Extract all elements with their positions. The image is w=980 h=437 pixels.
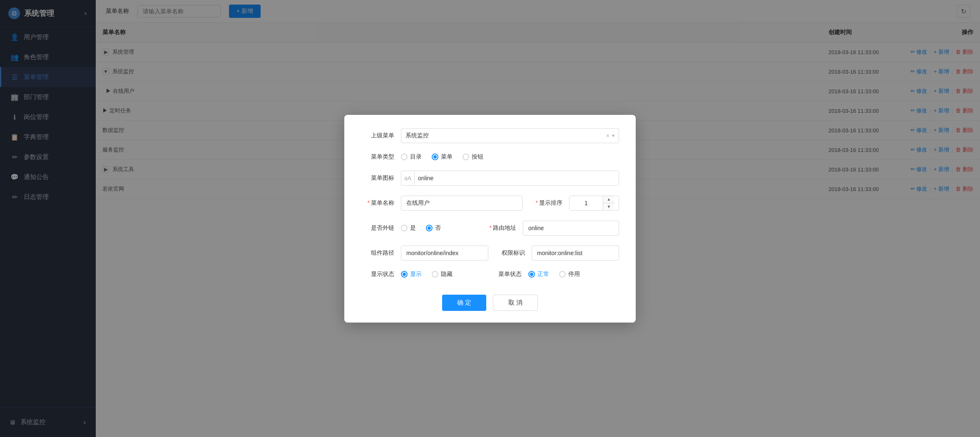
component-path-label: 组件路径	[361, 249, 394, 257]
radio-label-button: 按钮	[472, 153, 483, 161]
parent-menu-value: 系统监控	[405, 132, 606, 139]
display-order-input-wrapper: ▲ ▼	[569, 196, 619, 211]
radio-circle-ext-yes[interactable]	[401, 225, 408, 231]
radio-circle-menu[interactable]	[432, 154, 438, 160]
menu-name-label: 菜单名称	[361, 199, 394, 207]
radio-normal[interactable]: 正常	[528, 271, 549, 278]
radio-hide[interactable]: 隐藏	[432, 271, 453, 278]
external-link-label: 是否外链	[361, 224, 394, 232]
parent-menu-select[interactable]: 系统监控 × ▾	[401, 128, 619, 143]
route-input[interactable]	[523, 221, 619, 236]
select-clear-icon[interactable]: ×	[606, 132, 609, 139]
radio-label-ext-no: 否	[435, 224, 441, 232]
cancel-button[interactable]: 取 消	[493, 295, 538, 311]
radio-menu[interactable]: 菜单	[432, 153, 453, 161]
permission-input[interactable]	[532, 246, 619, 261]
menu-icon-input-wrapper: aA	[401, 171, 619, 186]
form-row-name-order: 菜单名称 显示排序 ▲ ▼	[361, 196, 619, 211]
menu-type-label: 菜单类型	[361, 153, 394, 161]
radio-external-no[interactable]: 否	[426, 224, 441, 232]
display-order-input[interactable]	[570, 196, 603, 210]
menu-name-input[interactable]	[401, 196, 522, 211]
radio-circle-normal[interactable]	[528, 271, 535, 278]
radio-label-hide: 隐藏	[441, 271, 453, 278]
confirm-button[interactable]: 确 定	[442, 295, 486, 311]
radio-external-yes[interactable]: 是	[401, 224, 416, 232]
number-spinners: ▲ ▼	[603, 196, 614, 210]
route-label: 路由地址	[486, 224, 516, 232]
display-status-radio-group: 显示 隐藏	[401, 271, 492, 278]
display-status-label: 显示状态	[361, 271, 394, 278]
radio-label-normal: 正常	[537, 271, 549, 278]
parent-menu-label: 上级菜单	[361, 132, 394, 139]
chevron-down-icon[interactable]: ▾	[612, 133, 614, 139]
form-row-external-route: 是否外链 是 否 路由地址	[361, 221, 619, 236]
number-up-btn[interactable]: ▲	[603, 196, 614, 204]
form-row-status: 显示状态 显示 隐藏 菜单状态 正常 停用	[361, 271, 619, 278]
radio-circle-disabled[interactable]	[559, 271, 566, 278]
modal-overlay: 上级菜单 系统监控 × ▾ 菜单类型 目录 菜单	[0, 0, 980, 437]
radio-disabled[interactable]: 停用	[559, 271, 580, 278]
radio-circle-show[interactable]	[401, 271, 408, 278]
modal-footer: 确 定 取 消	[361, 288, 619, 311]
icon-prefix: aA	[401, 171, 415, 185]
radio-circle-button[interactable]	[463, 154, 469, 160]
form-row-menu-icon: 菜单图标 aA	[361, 171, 619, 186]
radio-label-disabled: 停用	[568, 271, 580, 278]
menu-status-radio-group: 正常 停用	[528, 271, 619, 278]
radio-show[interactable]: 显示	[401, 271, 422, 278]
form-row-component-permission: 组件路径 权限标识	[361, 246, 619, 261]
radio-circle-dir[interactable]	[401, 154, 408, 160]
radio-label-menu: 菜单	[441, 153, 453, 161]
number-down-btn[interactable]: ▼	[603, 203, 614, 210]
modal-dialog: 上级菜单 系统监控 × ▾ 菜单类型 目录 菜单	[344, 115, 636, 323]
menu-icon-input[interactable]	[418, 171, 619, 185]
form-row-menu-type: 菜单类型 目录 菜单 按钮	[361, 153, 619, 161]
menu-type-radio-group: 目录 菜单 按钮	[401, 153, 483, 161]
radio-label-dir: 目录	[410, 153, 422, 161]
permission-label: 权限标识	[495, 249, 525, 257]
radio-label-ext-yes: 是	[410, 224, 416, 232]
radio-circle-ext-no[interactable]	[426, 225, 433, 231]
form-row-parent-menu: 上级菜单 系统监控 × ▾	[361, 128, 619, 143]
external-link-radio-group: 是 否	[401, 224, 486, 232]
menu-status-label: 菜单状态	[492, 271, 522, 278]
radio-circle-hide[interactable]	[432, 271, 438, 278]
menu-icon-label: 菜单图标	[361, 174, 394, 182]
radio-label-show: 显示	[410, 271, 422, 278]
display-order-label: 显示排序	[529, 199, 562, 207]
radio-dir[interactable]: 目录	[401, 153, 422, 161]
radio-button[interactable]: 按钮	[463, 153, 483, 161]
component-path-input[interactable]	[401, 246, 488, 261]
